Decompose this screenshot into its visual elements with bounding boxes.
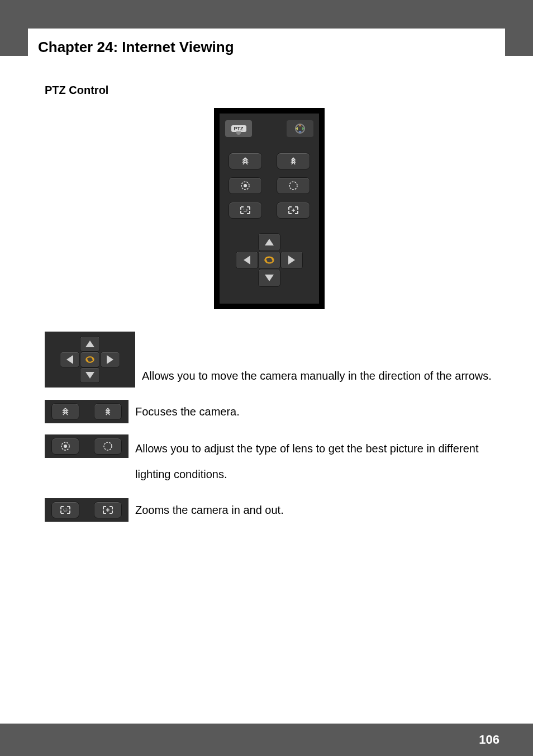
pan-left-button-thumb	[60, 352, 80, 367]
ptz-panel-figure: PTZ	[45, 108, 494, 309]
iris-open-icon	[60, 441, 71, 452]
iris-close-button-thumb	[94, 438, 122, 455]
svg-rect-8	[64, 509, 67, 511]
svg-point-6	[64, 445, 67, 448]
iris-close-button[interactable]	[277, 177, 310, 194]
ptz-panel: PTZ	[214, 108, 325, 309]
zoom-out-icon	[239, 205, 251, 215]
section-title: PTZ Control	[45, 84, 494, 97]
focus-far-button-thumb	[51, 403, 79, 420]
color-settings-tab[interactable]	[287, 120, 313, 137]
dpad-description-row: Allows you to move the camera manually i…	[45, 332, 494, 389]
direction-pad	[225, 233, 313, 287]
auto-pan-icon	[84, 355, 96, 364]
pan-right-button[interactable]	[280, 251, 303, 269]
direction-pad-thumb	[60, 336, 120, 383]
color-wheel-icon	[294, 122, 306, 135]
iris-open-button-thumb	[51, 438, 79, 455]
svg-point-3	[289, 182, 297, 190]
focus-far-icon	[239, 157, 252, 166]
arrow-up-icon	[85, 341, 94, 347]
svg-rect-4	[244, 209, 247, 211]
chapter-header-band: Chapter 24: Internet Viewing	[0, 0, 533, 56]
iris-open-button[interactable]	[229, 177, 262, 194]
pan-up-button-thumb	[80, 336, 100, 352]
arrow-left-icon	[66, 355, 73, 364]
focus-thumbnail	[45, 400, 129, 423]
zoom-in-button[interactable]	[277, 202, 310, 219]
zoom-in-button-thumb	[94, 502, 122, 518]
content-area: PTZ Control PTZ	[0, 56, 533, 523]
svg-point-7	[104, 442, 112, 450]
auto-pan-button-thumb	[80, 352, 100, 367]
arrow-down-icon	[85, 372, 94, 379]
focus-near-button[interactable]	[277, 153, 310, 169]
iris-close-icon	[288, 180, 299, 191]
zoom-in-icon	[102, 505, 114, 515]
arrow-right-icon	[107, 355, 113, 364]
focus-description-row: Focuses the camera.	[45, 399, 494, 424]
zoom-out-icon	[59, 505, 72, 515]
zoom-out-button-thumb	[51, 502, 79, 518]
zoom-thumbnail	[45, 498, 129, 522]
iris-description-row: Allows you to adjust the type of lens to…	[45, 434, 494, 487]
arrow-right-icon	[288, 256, 295, 264]
svg-point-2	[244, 184, 247, 187]
ptz-tab[interactable]: PTZ	[225, 120, 252, 137]
focus-near-button-thumb	[94, 403, 122, 420]
arrow-up-icon	[265, 239, 274, 245]
pan-up-button[interactable]	[258, 233, 280, 251]
ptz-button-grid	[225, 153, 313, 219]
focus-near-icon	[101, 407, 115, 416]
ptz-tab-label: PTZ	[231, 125, 246, 132]
page-number: 106	[479, 733, 499, 747]
iris-description: Allows you to adjust the type of lens to…	[135, 434, 494, 487]
ptz-panel-inner: PTZ	[220, 114, 319, 304]
zoom-in-icon	[287, 205, 299, 215]
zoom-description: Zooms the camera in and out.	[135, 497, 284, 523]
chapter-title: Chapter 24: Internet Viewing	[38, 39, 494, 56]
focus-description: Focuses the camera.	[135, 399, 240, 424]
pan-right-button-thumb	[100, 352, 120, 367]
focus-near-icon	[287, 157, 300, 166]
auto-pan-button[interactable]	[258, 251, 280, 269]
zoom-description-row: Zooms the camera in and out.	[45, 497, 494, 523]
arrow-down-icon	[265, 275, 274, 281]
focus-far-button[interactable]	[229, 153, 262, 169]
iris-close-icon	[102, 441, 113, 452]
zoom-out-button[interactable]	[229, 202, 262, 219]
footer-band: 106	[0, 724, 533, 756]
dpad-description: Allows you to move the camera manually i…	[142, 332, 492, 389]
page: Chapter 24: Internet Viewing PTZ Control…	[0, 0, 533, 756]
dpad-thumbnail	[45, 332, 135, 388]
chapter-title-container: Chapter 24: Internet Viewing	[28, 29, 505, 66]
auto-pan-icon	[263, 255, 275, 265]
pan-left-button[interactable]	[236, 251, 258, 269]
pan-down-button-thumb	[80, 367, 100, 383]
arrow-left-icon	[244, 256, 250, 264]
pan-down-button[interactable]	[258, 269, 280, 287]
iris-thumbnail	[45, 434, 129, 458]
ptz-tabs: PTZ	[225, 120, 313, 137]
focus-far-icon	[59, 407, 72, 416]
iris-open-icon	[240, 180, 251, 191]
